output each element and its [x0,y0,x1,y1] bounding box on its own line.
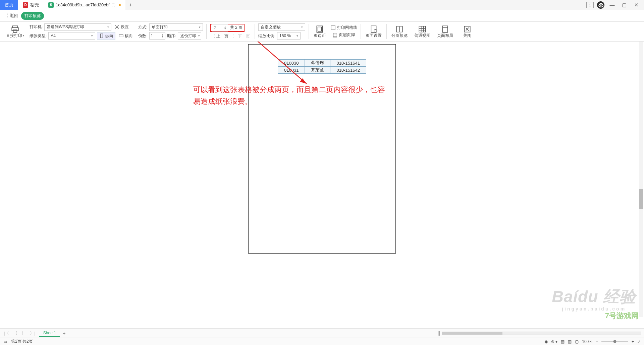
prev-page-label: 上一页 [216,33,228,39]
chevron-right-icon: 〉 [233,33,237,39]
printer-settings-button[interactable]: 设置 [113,24,130,30]
print-toolbar: 直接打印▾ 打印机: 发送到WPS高级打印 ▾ 设置 纸张类型: A4 ▾ [0,21,644,42]
portrait-button[interactable]: 纵向 [97,32,115,40]
page-setup-button[interactable]: 页面设置 [364,24,383,39]
next-page-label: 下一页 [238,33,250,39]
paper-select[interactable]: A4 ▾ [48,32,95,40]
back-row: 〈 返回 打印预览 [0,10,644,21]
svg-rect-20 [442,26,447,32]
copies-label: 份数: [138,33,147,39]
page-total-label: 共 2 页 [230,25,243,30]
caret-down-icon: ▾ [107,25,109,29]
header-footer-label: 页眉页脚 [339,32,355,38]
minimize-button[interactable]: — [608,1,616,9]
normal-view-button[interactable]: 普通视图 [413,24,432,39]
grid-check-label: 打印网格线 [337,25,357,30]
svg-rect-14 [400,26,402,32]
close-icon [463,25,472,32]
page-setup-label: 页面设置 [366,33,382,39]
header-footer-icon [332,32,338,38]
unsaved-dot-icon [119,4,121,6]
print-preview-badge: 打印预览 [21,12,44,20]
page-setup-icon [369,25,378,32]
order-label: 顺序: [167,33,176,39]
sheet-icon: S [48,2,54,8]
tab-home[interactable]: 首页 [0,0,18,10]
back-button[interactable]: 〈 返回 [4,13,18,19]
tab-home-label: 首页 [5,2,13,8]
printer-select[interactable]: 发送到WPS高级打印 ▾ [44,23,111,31]
chevron-left-icon: 〈 [4,13,8,19]
svg-rect-4 [101,34,103,38]
close-preview-button[interactable]: 关闭 [462,24,473,39]
header-footer-button[interactable]: 页眉页脚 [331,32,356,38]
normal-view-label: 普通视图 [414,33,430,39]
page-layout-button[interactable]: 页面布局 [436,24,454,39]
normal-view-icon [418,25,427,32]
doke-icon: D [23,2,28,8]
landscape-page-icon [118,33,124,39]
direct-print-button[interactable]: 直接打印▾ [5,24,25,39]
chevron-left-icon: 〈 [211,33,215,39]
svg-rect-7 [318,27,321,31]
user-avatar[interactable]: 🐼 [597,1,604,9]
margins-icon [315,25,324,32]
order-select[interactable]: 逐份打印 ▾ [178,32,201,40]
tab-file[interactable]: S 1c34c09bd9b...ae7fdd20cbf ▢ [44,0,125,10]
svg-rect-5 [119,35,123,37]
caret-down-icon: ▾ [301,25,303,29]
settings-label: 设置 [121,24,129,30]
margins-button[interactable]: 页边距 [312,24,327,39]
caret-down-icon: ▾ [198,34,200,38]
caret-down-icon: ▾ [297,34,298,38]
page-spinbox[interactable]: 2 ▲▼ [212,24,228,31]
prev-page-button[interactable]: 〈 上一页 [210,33,230,40]
printer-value: 发送到WPS高级打印 [47,24,84,30]
paper-value: A4 [51,33,56,38]
printer-label: 打印机: [30,24,43,30]
tab-file-label: 1c34c09bd9b...ae7fdd20cbf [56,2,109,7]
svg-rect-13 [396,26,399,32]
caret-down-icon: ▾ [91,34,93,38]
svg-rect-11 [371,26,376,32]
order-value: 逐份打印 [180,33,196,39]
svg-point-3 [116,26,118,28]
page-layout-icon [441,25,449,32]
zoom-ratio-label: 缩放比例: [258,33,275,39]
margins-label: 页边距 [314,33,326,39]
print-mode-select[interactable]: 单面打印 ▾ [149,23,203,31]
page-layout-label: 页面布局 [437,33,453,39]
close-window-button[interactable]: ✕ [632,1,641,9]
page-number-box: 2 ▲▼ 共 2 页 [210,24,245,32]
copies-value: 1 [151,33,153,38]
next-page-button[interactable]: 〉 下一页 [231,33,251,40]
gear-icon [114,24,120,30]
caret-down-icon: ▾ [199,25,201,29]
zoom-mode-value: 自定义缩放 [261,24,281,30]
copies-spinbox[interactable]: 1 ▲▼ [149,32,165,40]
tab-doke-label: 稻壳 [30,2,39,8]
printer-icon [11,25,19,32]
landscape-label: 横向 [125,33,133,39]
mode-value: 单面打印 [152,24,168,30]
back-label: 返回 [10,13,18,19]
portrait-label: 纵向 [105,33,113,39]
maximize-button[interactable]: ▢ [620,1,629,9]
new-tab-button[interactable]: + [125,2,136,8]
page-break-button[interactable]: 分页预览 [390,24,409,39]
paper-label: 纸张类型: [30,33,47,39]
svg-rect-8 [333,33,337,37]
page-break-label: 分页预览 [391,33,408,39]
svg-rect-2 [13,30,17,32]
zoom-mode-select[interactable]: 自定义缩放 ▾ [258,23,305,31]
grid-checkbox[interactable] [331,25,335,30]
layout-toggle-button[interactable]: 1 [586,2,594,8]
svg-rect-15 [419,26,426,32]
mode-label: 方式: [138,24,147,30]
zoom-ratio-select[interactable]: 150 % ▾ [277,32,301,40]
direct-print-label: 直接打印 [6,33,22,39]
svg-point-12 [374,29,377,32]
page-break-icon [395,25,404,32]
tab-doke[interactable]: D 稻壳 [18,0,44,10]
landscape-button[interactable]: 横向 [117,33,134,39]
